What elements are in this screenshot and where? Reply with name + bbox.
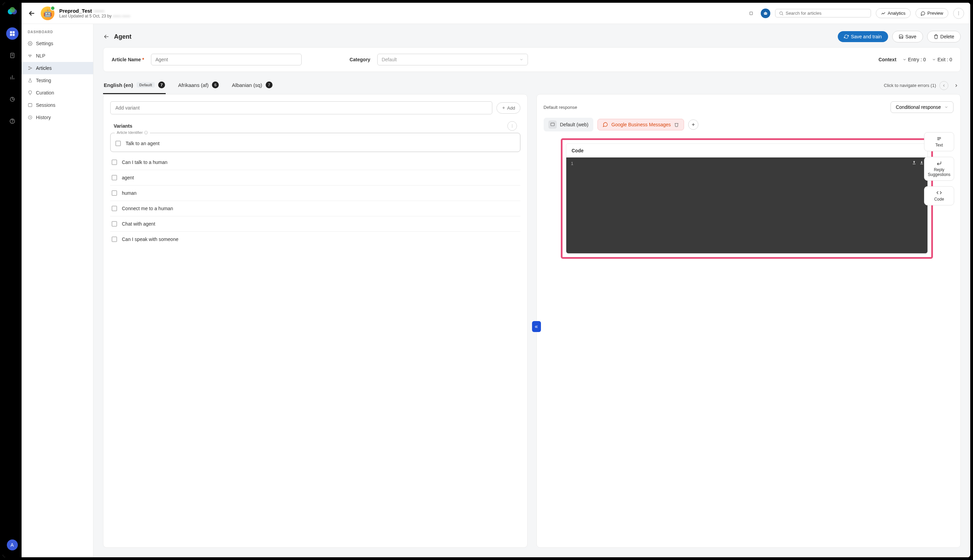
lang-tab-english[interactable]: English (en) Default 7 <box>103 77 166 94</box>
variant-text: Connect me to a human <box>122 206 173 211</box>
meta-card: Article Name * Category Default Context … <box>103 47 961 72</box>
variant-checkbox[interactable] <box>112 160 117 165</box>
rail-doc-icon[interactable] <box>6 49 18 62</box>
upload-icon[interactable] <box>912 160 916 165</box>
variant-row[interactable]: Can I talk to a human <box>110 155 520 170</box>
svg-point-25 <box>958 14 959 15</box>
exit-link[interactable]: Exit : 0 <box>932 57 952 62</box>
variant-checkbox[interactable] <box>115 141 121 146</box>
lang-name: Albanian (sq) <box>232 82 262 88</box>
exit-label: Exit : 0 <box>937 57 952 62</box>
lang-tab-afrikaans[interactable]: Afrikaans (af) 6 <box>177 77 220 94</box>
entry-label: Entry : 0 <box>908 57 926 62</box>
variant-row[interactable]: Chat with agent <box>110 216 520 232</box>
channel-delete-button[interactable] <box>674 122 679 127</box>
sidebar-item-testing[interactable]: Testing <box>22 74 93 87</box>
topbar: 🤖 Preprod_Test—— Last Updated at 5 Oct, … <box>22 3 970 24</box>
tool-reply-suggestions[interactable]: Reply Suggestions <box>924 157 954 181</box>
save-button[interactable]: Save <box>892 31 923 42</box>
save-train-label: Save and train <box>851 34 881 39</box>
conditional-response-select[interactable]: Conditional response <box>890 101 953 113</box>
sidebar-item-sessions[interactable]: Sessions <box>22 99 93 111</box>
tool-code[interactable]: Code <box>924 186 954 205</box>
channel-default-label: Default (web) <box>560 122 588 127</box>
error-next-button[interactable] <box>952 81 961 90</box>
variant-checkbox[interactable] <box>112 221 117 227</box>
response-panel: « Default response Conditional response <box>536 94 961 548</box>
more-menu-button[interactable] <box>953 8 964 19</box>
chevron-down-icon <box>932 58 936 62</box>
delete-button[interactable]: Delete <box>927 31 961 42</box>
category-select[interactable]: Default <box>377 54 528 65</box>
search-box[interactable] <box>775 9 871 17</box>
tool-text[interactable]: Text <box>924 132 954 151</box>
article-name-label: Article Name * <box>112 57 144 62</box>
analytics-button[interactable]: Analytics <box>876 8 911 18</box>
refresh-icon <box>844 34 849 39</box>
lang-count-badge: 7 <box>158 82 165 88</box>
last-updated-author: —— —— <box>113 14 130 18</box>
preview-button[interactable]: Preview <box>915 8 948 18</box>
code-editor[interactable]: 1 <box>566 157 928 253</box>
channel-gbm[interactable]: Google Business Messages <box>597 119 685 130</box>
sidebar-item-articles[interactable]: Articles <box>22 62 93 74</box>
rail-pie-icon[interactable] <box>6 93 18 105</box>
tree-icon <box>28 66 33 70</box>
minimize-icon[interactable] <box>746 8 756 18</box>
plus-icon <box>691 122 696 127</box>
variant-row[interactable]: human <box>110 185 520 201</box>
assistant-icon[interactable] <box>761 8 770 18</box>
variant-row[interactable]: Can I speak with someone <box>110 232 520 247</box>
add-channel-button[interactable] <box>688 120 698 130</box>
download-icon[interactable] <box>919 160 924 165</box>
variant-text: Can I speak with someone <box>122 237 178 242</box>
code-icon <box>936 190 942 195</box>
variants-more-button[interactable] <box>507 121 517 131</box>
chevron-down-icon <box>519 58 523 62</box>
sidebar-item-history[interactable]: History <box>22 111 93 123</box>
variant-checkbox[interactable] <box>112 206 117 211</box>
search-icon <box>779 11 784 16</box>
article-name-input[interactable] <box>151 54 302 65</box>
code-line-number: 1 <box>571 161 573 166</box>
page-title: Agent <box>114 33 132 40</box>
collapse-handle[interactable]: « <box>532 321 541 332</box>
sidebar-item-settings[interactable]: Settings <box>22 37 93 50</box>
svg-rect-16 <box>750 12 753 14</box>
svg-point-2 <box>10 7 15 13</box>
rail-dashboard-icon[interactable] <box>6 27 18 40</box>
sidebar-item-nlp[interactable]: NLP <box>22 50 93 62</box>
web-icon <box>548 120 556 129</box>
add-variant-button[interactable]: Add <box>496 102 520 113</box>
rail-analytics-icon[interactable] <box>6 71 18 83</box>
back-button[interactable] <box>28 9 36 17</box>
save-train-button[interactable]: Save and train <box>838 31 888 42</box>
rail-help-icon[interactable] <box>6 115 18 127</box>
variant-row[interactable]: Connect me to a human <box>110 201 520 216</box>
search-input[interactable] <box>786 11 867 16</box>
add-variant-input[interactable] <box>110 101 492 114</box>
variant-checkbox[interactable] <box>112 175 117 180</box>
sidebar-label: Testing <box>36 78 51 83</box>
error-prev-button[interactable] <box>940 81 948 90</box>
error-nav-text: Click to navigate errors (1) <box>884 83 936 88</box>
svg-point-19 <box>766 13 766 14</box>
sidebar-label: NLP <box>36 53 45 58</box>
sidebar-item-curation[interactable]: Curation <box>22 87 93 99</box>
variants-heading: Variants <box>114 123 132 129</box>
trash-icon <box>674 122 679 127</box>
channel-default[interactable]: Default (web) <box>544 118 593 132</box>
variant-row[interactable]: agent <box>110 170 520 185</box>
lang-count-badge: 6 <box>212 82 219 88</box>
entry-link[interactable]: Entry : 0 <box>903 57 926 62</box>
page-back-button[interactable] <box>103 33 110 40</box>
preview-label: Preview <box>928 11 943 16</box>
lang-tab-albanian[interactable]: Albanian (sq) 7 <box>231 77 273 94</box>
user-avatar[interactable]: A <box>7 540 18 550</box>
svg-line-22 <box>782 14 783 15</box>
variant-checkbox[interactable] <box>112 190 117 196</box>
analytics-icon <box>881 11 886 16</box>
variant-checkbox[interactable] <box>112 237 117 242</box>
svg-point-18 <box>765 13 765 14</box>
svg-rect-4 <box>12 31 14 33</box>
